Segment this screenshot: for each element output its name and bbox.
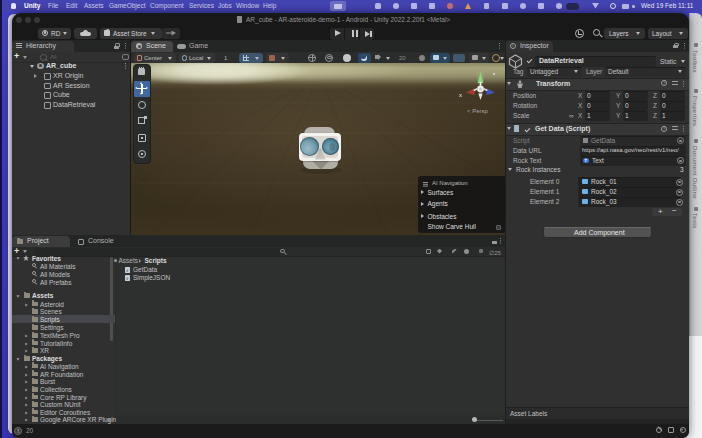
svg-text:x: x xyxy=(459,92,462,98)
svg-text:z: z xyxy=(497,92,500,98)
